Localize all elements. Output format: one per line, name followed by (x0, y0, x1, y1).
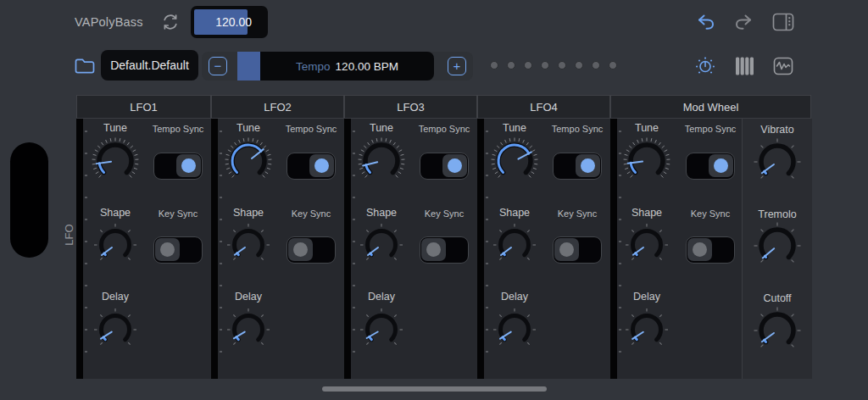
layout-panel-icon[interactable] (770, 9, 797, 34)
panel-body-lfo2: TuneShapeDelayTempo SyncKey Sync (211, 119, 344, 379)
dial-icon[interactable] (693, 54, 717, 78)
toggle-thumb (288, 238, 313, 261)
delay-label: Delay (474, 291, 555, 303)
tempo-number-selection: 120.00 (194, 9, 248, 35)
tempo-plus-button[interactable]: + (448, 57, 466, 75)
panel-lfo3: LFO3TuneShapeDelayTempo SyncKey Sync (344, 95, 477, 379)
sync-icon[interactable] (159, 11, 181, 33)
panel-title-mod-wheel: Mod Wheel (610, 95, 811, 119)
key_sync-label: Key Sync (270, 208, 352, 219)
page-indicator (490, 61, 626, 69)
shape-knob[interactable] (223, 219, 274, 270)
panel-mod-wheel: Mod WheelTuneShapeDelayTempo SyncKey Syn… (610, 95, 811, 379)
page-dot[interactable] (592, 61, 600, 69)
tempo_sync-toggle[interactable] (553, 153, 602, 180)
toggle-dot (181, 158, 196, 173)
toggle-thumb (155, 238, 180, 261)
shape-knob[interactable] (621, 219, 672, 270)
delay-knob[interactable] (90, 304, 141, 355)
shape-knob[interactable] (90, 219, 141, 270)
tempo-minus-button[interactable]: − (209, 57, 227, 75)
app-window: VAPolyBass 120.00 (0, 0, 868, 400)
panel-body-mod-wheel: TuneShapeDelayTempo SyncKey SyncVibratoT… (610, 119, 811, 379)
tempo_sync-label: Tempo Sync (137, 124, 219, 134)
toggle-thumb (687, 238, 712, 261)
toggle-thumb (442, 154, 467, 177)
tune-knob[interactable] (489, 136, 540, 186)
side-drag-handle[interactable] (10, 142, 48, 258)
mod-wheel-targets-column: VibratoTremoloCutoff (742, 119, 812, 379)
page-dot[interactable] (507, 61, 515, 69)
delay-knob[interactable] (356, 304, 407, 355)
key_sync-toggle[interactable] (420, 236, 469, 264)
page-dot[interactable] (490, 61, 498, 69)
page-dot[interactable] (524, 61, 532, 69)
panel-title-lfo4: LFO4 (477, 95, 610, 119)
piano-icon[interactable] (732, 54, 756, 78)
tempo-number-value: 120.00 (215, 15, 253, 29)
tempo_sync-toggle[interactable] (153, 153, 203, 180)
tempo-slider-handle[interactable] (237, 52, 260, 81)
panel-title-lfo2: LFO2 (211, 95, 344, 119)
tune-knob[interactable] (621, 136, 672, 186)
delay-knob[interactable] (489, 304, 540, 355)
preset-select-button[interactable]: Default.Default (101, 50, 198, 81)
page-dot[interactable] (541, 61, 549, 69)
toggle-thumb (309, 154, 334, 177)
tune-knob[interactable] (223, 136, 274, 186)
toggle-dot (581, 158, 595, 173)
delay-label: Delay (75, 291, 156, 303)
key_sync-toggle[interactable] (153, 236, 203, 264)
tempo-number-field[interactable]: 120.00 (191, 6, 268, 38)
tempo-label: Tempo (296, 60, 331, 73)
shape-knob[interactable] (489, 219, 540, 270)
tempo_sync-toggle[interactable] (287, 153, 336, 180)
tempo-slider-track[interactable]: Tempo 120.00 BPM (260, 52, 434, 81)
panel-lfo2: LFO2TuneShapeDelayTempo SyncKey Sync (211, 95, 344, 379)
key_sync-toggle[interactable] (686, 236, 735, 264)
folder-icon[interactable] (72, 54, 97, 78)
preset-name: Default.Default (110, 58, 189, 72)
vibrato-knob[interactable] (752, 136, 803, 187)
app-title: VAPolyBass (75, 15, 143, 29)
tempo_sync-label: Tempo Sync (403, 124, 485, 134)
toggle-dot (293, 242, 308, 257)
delay-label: Delay (341, 291, 422, 303)
panel-lfo4: LFO4TuneShapeDelayTempo SyncKey Sync (477, 95, 610, 379)
page-dot[interactable] (558, 61, 566, 69)
shape-knob[interactable] (356, 219, 407, 270)
waveform-icon[interactable] (771, 54, 796, 78)
tempo-bpm-value: 120.00 BPM (336, 60, 398, 73)
toggle-thumb (709, 154, 733, 177)
tempo_sync-toggle[interactable] (420, 153, 469, 180)
toggle-thumb (421, 238, 446, 261)
toggle-dot (693, 242, 707, 257)
tremolo-knob[interactable] (752, 220, 803, 271)
cutoff-knob[interactable] (752, 305, 803, 356)
key_sync-toggle[interactable] (553, 236, 602, 264)
toggle-dot (448, 158, 462, 173)
page-dot[interactable] (575, 61, 583, 69)
redo-icon[interactable] (732, 11, 756, 32)
panel-lfo1: LFO1TuneShapeDelayTempo SyncKey Sync (76, 95, 211, 379)
panel-body-lfo1: TuneShapeDelayTempo SyncKey Sync (76, 119, 211, 379)
horizontal-scrollbar[interactable] (322, 386, 547, 392)
page-dot[interactable] (609, 61, 617, 69)
undo-icon[interactable] (693, 11, 717, 32)
toggle-thumb (576, 154, 600, 177)
tune-knob[interactable] (356, 136, 407, 186)
panel-title-lfo1: LFO1 (76, 95, 211, 119)
toggle-thumb (554, 238, 579, 261)
delay-label: Delay (208, 291, 289, 303)
panel-title-lfo3: LFO3 (344, 95, 477, 119)
delay-label: Delay (606, 291, 687, 303)
key_sync-toggle[interactable] (287, 236, 336, 264)
tempo_sync-toggle[interactable] (686, 153, 735, 180)
key_sync-label: Key Sync (137, 208, 219, 219)
tune-knob[interactable] (90, 136, 141, 186)
delay-knob[interactable] (223, 304, 274, 355)
delay-knob[interactable] (621, 304, 672, 355)
group-label: LFO (63, 209, 76, 260)
panel-body-lfo4: TuneShapeDelayTempo SyncKey Sync (477, 119, 610, 379)
toggle-dot (559, 242, 574, 257)
